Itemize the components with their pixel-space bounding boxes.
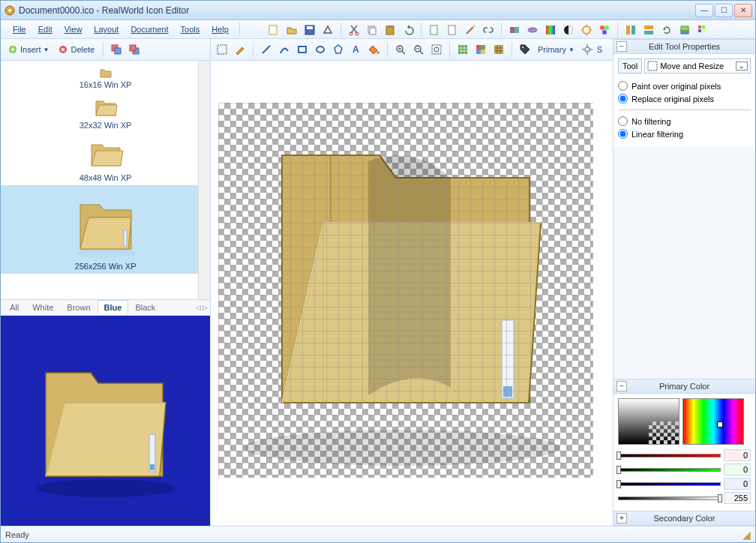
hue-picker[interactable] [682,398,744,445]
open-icon[interactable] [284,22,300,38]
undo-icon[interactable] [400,22,416,38]
red-slider[interactable] [618,454,721,458]
grid-c-icon[interactable] [490,41,507,58]
folder-preview-icon [23,338,188,503]
collapse-button[interactable]: − [616,41,627,52]
fx5-icon[interactable] [578,22,595,38]
tool-properties: Tool Move and Resize ⌄ Paint over origin… [614,54,755,146]
dropdown-arrow-icon[interactable]: ⌄ [736,62,748,70]
text-icon[interactable]: A [348,41,364,58]
svg-rect-44 [124,230,127,247]
fx3-icon[interactable] [542,22,559,38]
fx4-icon[interactable] [560,22,577,38]
gear-icon[interactable] [579,41,596,58]
grid1-icon[interactable] [622,22,639,38]
menu-view[interactable]: View [58,22,88,36]
canvas-area[interactable] [211,61,613,526]
green-value[interactable]: 0 [724,464,751,476]
radio-replace[interactable]: Replace original pixels [618,92,751,105]
radio-linear-filtering[interactable]: Linear filtering [618,128,751,140]
zoom-fit-icon[interactable] [428,41,445,58]
size-list[interactable]: 16x16 Win XP 32x32 Win XP 48x48 Win XP [1,61,210,299]
tab-prev-icon[interactable]: ◁ [196,304,201,311]
ellipse-icon[interactable] [312,41,328,58]
alpha-value[interactable]: 255 [724,492,751,504]
overlap1-icon[interactable] [108,41,124,58]
palette-icon[interactable] [694,22,711,38]
blue-value[interactable]: 0 [724,478,751,490]
curve-icon[interactable] [276,41,292,58]
primary-color-panel: 0 0 0 255 [614,394,755,511]
menu-file[interactable]: File [7,22,32,36]
line-icon[interactable] [258,41,274,58]
radio-no-filtering[interactable]: No filtering [618,115,751,128]
menu-edit[interactable]: Edit [32,22,58,36]
doc1-icon[interactable] [426,22,442,38]
zoom-out-icon[interactable] [410,41,427,58]
minimize-button[interactable]: — [695,4,713,17]
scrollbar[interactable] [198,61,210,299]
grid-b-icon[interactable] [472,41,489,58]
rect-icon[interactable] [294,41,310,58]
radio-paint-over[interactable]: Paint over original pixels [618,80,751,92]
saturation-value-picker[interactable] [618,398,680,445]
fx6-icon[interactable] [596,22,613,38]
refresh-icon[interactable] [658,22,675,38]
cut-icon[interactable] [346,22,362,38]
grid-a-icon[interactable] [454,41,471,58]
size-item-48[interactable]: 48x48 Win XP [1,133,210,185]
doc2-icon[interactable] [444,22,460,38]
menu-layout[interactable]: Layout [88,22,124,36]
color-tab-black[interactable]: Black [128,300,162,315]
svg-point-70 [585,47,590,52]
color-tab-blue[interactable]: Blue [98,300,129,315]
primary-dropdown[interactable]: Primary▼ [535,44,578,56]
resize-grip-icon[interactable]: ◢ [742,529,751,541]
new-icon[interactable] [266,22,282,38]
maximize-button[interactable]: ☐ [715,4,733,17]
s-label-truncated[interactable]: S [597,45,602,54]
color-tab-white[interactable]: White [26,300,60,315]
canvas[interactable] [218,103,593,478]
fill-icon[interactable] [366,41,382,58]
copy-icon[interactable] [364,22,380,38]
size-item-256[interactable]: 256x256 Win XP [1,185,210,274]
menu-tools[interactable]: Tools [175,22,206,36]
layers-icon[interactable] [676,22,693,38]
save-icon[interactable] [302,22,318,38]
expand-button[interactable]: + [616,513,627,524]
fx1-icon[interactable] [506,22,523,38]
save-all-icon[interactable] [320,22,336,38]
folder-icon [70,188,142,260]
red-value[interactable]: 0 [724,449,751,461]
grid2-icon[interactable] [640,22,657,38]
folder-icon [100,67,112,79]
wand-icon[interactable] [462,22,478,38]
color-tab-all[interactable]: All [3,300,26,315]
color-tab-brown[interactable]: Brown [60,300,97,315]
size-item-16[interactable]: 16x16 Win XP [1,64,210,92]
fx2-icon[interactable] [524,22,541,38]
size-item-32[interactable]: 32x32 Win XP [1,92,210,133]
green-slider[interactable] [618,468,721,472]
menu-document[interactable]: Document [124,22,174,36]
window-title: Document0000.ico - RealWorld Icon Editor [19,5,695,16]
close-button[interactable]: ✕ [734,4,752,17]
tab-next-icon[interactable]: ▷ [202,304,208,311]
tool-tab[interactable]: Tool [618,58,642,74]
tool-selector[interactable]: Move and Resize ⌄ [644,58,751,74]
pencil-icon[interactable] [232,41,248,58]
alpha-slider[interactable] [618,496,721,500]
collapse-button[interactable]: − [616,381,627,392]
polygon-icon[interactable] [330,41,346,58]
insert-button[interactable]: Insert ▼ [4,42,52,57]
menu-help[interactable]: Help [206,22,235,36]
zoom-in-icon[interactable] [392,41,409,58]
overlap2-icon[interactable] [126,41,142,58]
tag-icon[interactable] [517,41,533,58]
paste-icon[interactable] [382,22,398,38]
link-icon[interactable] [480,22,496,38]
select-rect-icon[interactable] [214,41,230,58]
delete-button[interactable]: Delete [54,42,98,57]
blue-slider[interactable] [618,482,721,486]
